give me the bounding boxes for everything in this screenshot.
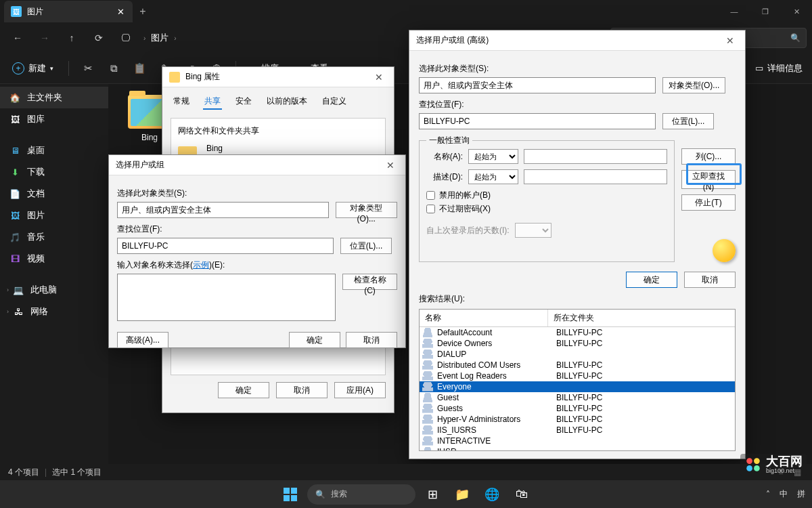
location-button[interactable]: 位置(L)...: [340, 238, 392, 254]
new-tab-button[interactable]: +: [133, 5, 153, 18]
up-button[interactable]: ↑: [60, 26, 84, 50]
tab-general[interactable]: 常规: [172, 94, 191, 110]
result-row[interactable]: Everyone: [420, 381, 735, 392]
location-button[interactable]: 位置(L)...: [662, 113, 714, 129]
sidebar-item-home[interactable]: 🏠主文件夹: [0, 87, 108, 108]
tray-chevron-icon[interactable]: ˄: [766, 490, 770, 499]
sidebar-item-music[interactable]: 🎵音乐: [0, 226, 108, 248]
refresh-button[interactable]: ⟳: [87, 26, 111, 50]
sidebar-item-documents[interactable]: 📄文档: [0, 183, 108, 205]
tab-security[interactable]: 安全: [234, 94, 253, 110]
maximize-button[interactable]: ❐: [750, 0, 781, 23]
cancel-button[interactable]: 取消: [684, 272, 736, 288]
results-table[interactable]: 名称 所在文件夹 DefaultAccountBILLYFU-PCDevice …: [419, 309, 736, 451]
explorer-taskbar-icon[interactable]: 📁: [449, 484, 475, 505]
svg-point-7: [754, 465, 760, 471]
close-window-button[interactable]: ✕: [781, 0, 812, 23]
sidebar-item-gallery[interactable]: 🖼图库: [0, 108, 108, 130]
window-tab[interactable]: 🖼 图片 ✕: [4, 1, 133, 22]
forward-button[interactable]: →: [32, 26, 57, 50]
store-taskbar-icon[interactable]: 🛍: [509, 484, 535, 505]
close-icon[interactable]: ✕: [115, 7, 126, 17]
result-row[interactable]: Event Log ReadersBILLYFU-PC: [420, 371, 735, 381]
new-button[interactable]: + 新建 ▾: [9, 58, 56, 79]
col-name[interactable]: 名称: [420, 310, 548, 326]
location-field[interactable]: [117, 238, 334, 254]
details-button[interactable]: ▭ 详细信息: [755, 62, 803, 75]
paste-icon[interactable]: 📋: [133, 62, 146, 75]
close-icon[interactable]: ✕: [371, 72, 387, 83]
close-icon[interactable]: ✕: [382, 160, 399, 171]
ime-mode[interactable]: 拼: [797, 488, 805, 500]
result-row[interactable]: DIALUP: [420, 349, 735, 360]
results-header[interactable]: 名称 所在文件夹: [420, 310, 735, 327]
dialog-title[interactable]: 选择用户或组 (高级) ✕: [409, 30, 745, 51]
cancel-button[interactable]: 取消: [276, 382, 328, 398]
watermark: 大百网 big100.net: [740, 454, 807, 475]
col-folder[interactable]: 所在文件夹: [548, 310, 735, 326]
name-match-select[interactable]: 起始为: [468, 149, 518, 164]
result-row[interactable]: Distributed COM UsersBILLYFU-PC: [420, 360, 735, 371]
sidebar-item-network[interactable]: ›🖧网络: [0, 301, 108, 322]
result-folder: BILLYFU-PC: [551, 393, 735, 402]
example-link[interactable]: 示例: [193, 260, 209, 270]
minimize-button[interactable]: ―: [719, 0, 750, 23]
sidebar-item-thispc[interactable]: ›💻此电脑: [0, 279, 108, 301]
result-row[interactable]: INTERACTIVE: [420, 436, 735, 446]
edge-taskbar-icon[interactable]: 🌐: [479, 484, 505, 505]
desc-filter-input[interactable]: [524, 169, 667, 184]
sidebar-item-downloads[interactable]: ⬇下载: [0, 161, 108, 183]
result-folder: BILLYFU-PC: [551, 328, 735, 337]
ime-indicator[interactable]: 中: [780, 488, 788, 500]
details-icon: ▭: [755, 63, 763, 73]
object-type-field[interactable]: [117, 202, 329, 218]
location-field[interactable]: [419, 113, 656, 129]
find-now-button[interactable]: 立即查找(N): [681, 170, 736, 189]
sidebar-item-desktop[interactable]: 🖥桌面: [0, 140, 108, 161]
result-row[interactable]: DefaultAccountBILLYFU-PC: [420, 327, 735, 338]
cancel-button[interactable]: 取消: [346, 332, 397, 348]
copy-icon[interactable]: ⧉: [107, 62, 120, 75]
apply-button[interactable]: 应用(A): [334, 382, 386, 398]
start-button[interactable]: [277, 484, 303, 505]
result-row[interactable]: GuestBILLYFU-PC: [420, 392, 735, 403]
disabled-accounts-checkbox[interactable]: [426, 191, 435, 200]
tab-previous[interactable]: 以前的版本: [265, 94, 309, 110]
dialog-title[interactable]: 选择用户或组 ✕: [109, 155, 405, 175]
back-button[interactable]: ←: [5, 26, 30, 50]
result-row[interactable]: Hyper-V AdministratorsBILLYFU-PC: [420, 414, 735, 425]
ok-button[interactable]: 确定: [289, 332, 340, 348]
item-count: 4 个项目: [8, 467, 39, 478]
monitor-icon[interactable]: 🖵: [114, 26, 138, 50]
dialog-title[interactable]: Bing 属性 ✕: [162, 67, 394, 87]
cut-icon[interactable]: ✂: [81, 62, 95, 75]
ok-button[interactable]: 确定: [218, 382, 269, 398]
advanced-button[interactable]: 高级(A)...: [117, 332, 168, 348]
taskbar-search[interactable]: 🔍搜索: [307, 484, 415, 505]
desc-match-select[interactable]: 起始为: [468, 169, 518, 184]
check-names-button[interactable]: 检查名称(C): [342, 274, 397, 290]
task-view-button[interactable]: ⊞: [420, 484, 445, 505]
system-tray[interactable]: ˄ 中 拼: [766, 488, 805, 500]
result-row[interactable]: GuestsBILLYFU-PC: [420, 403, 735, 414]
tab-share[interactable]: 共享: [203, 94, 222, 110]
names-textarea[interactable]: [117, 274, 336, 321]
result-row[interactable]: Device OwnersBILLYFU-PC: [420, 338, 735, 349]
close-icon[interactable]: ✕: [722, 35, 738, 46]
ok-button[interactable]: 确定: [626, 272, 677, 288]
no-expire-checkbox[interactable]: [426, 205, 435, 213]
result-row[interactable]: IUSR: [420, 446, 735, 451]
breadcrumb-item[interactable]: 图片: [151, 32, 168, 44]
object-type-button[interactable]: 对象类型(O)...: [336, 202, 397, 218]
stop-button[interactable]: 停止(T): [681, 194, 736, 211]
svg-rect-3: [291, 495, 297, 501]
object-type-button[interactable]: 对象类型(O)...: [662, 77, 725, 93]
result-folder: BILLYFU-PC: [551, 360, 735, 370]
sidebar-item-videos[interactable]: 🎞视频: [0, 248, 108, 270]
tab-custom[interactable]: 自定义: [321, 94, 348, 110]
result-row[interactable]: IIS_IUSRSBILLYFU-PC: [420, 425, 735, 436]
name-filter-input[interactable]: [524, 149, 667, 164]
object-type-field[interactable]: [419, 77, 656, 93]
sidebar-item-pictures[interactable]: 🖼图片: [0, 205, 108, 226]
columns-button[interactable]: 列(C)...: [681, 148, 736, 165]
